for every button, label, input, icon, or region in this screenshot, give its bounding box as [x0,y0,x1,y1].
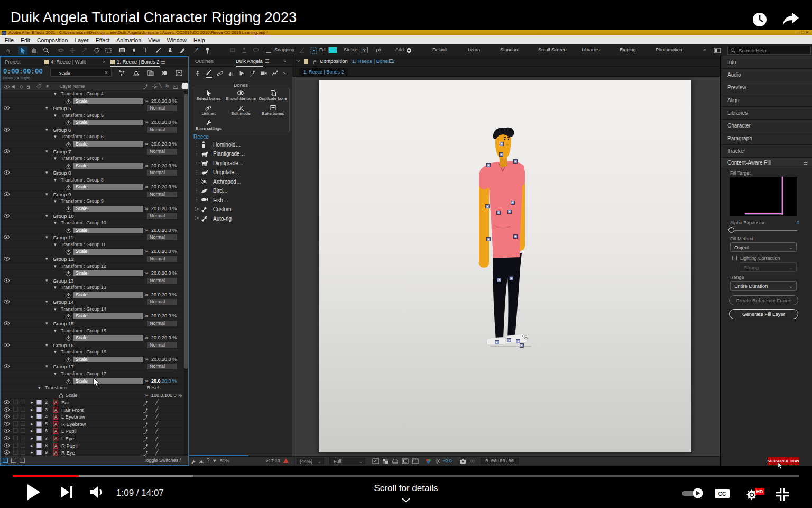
panel-overflow-icon[interactable]: » [283,58,286,64]
link-art-button[interactable]: Link art [192,104,225,119]
select-bones-button[interactable]: Select bones [192,89,225,104]
scale-value[interactable]: 20.0,20.0 % [151,120,177,125]
workspace-libraries[interactable]: Libraries [582,47,600,52]
group-name[interactable]: Group 6 [53,127,71,133]
duik-bug-report-icon[interactable] [198,458,205,466]
scale-property-cell[interactable]: Scale [73,292,143,298]
scale-property-cell[interactable]: Scale [73,228,143,233]
rig-name[interactable]: Reece [193,134,209,140]
solo-switch[interactable] [21,450,25,455]
eye-icon[interactable] [4,192,10,197]
scale-value[interactable]: 20.0,20.0 % [151,206,177,211]
clear-search-icon[interactable]: × [105,70,108,76]
frame-blending-icon[interactable] [145,69,155,77]
expand-layers-icon[interactable] [3,458,8,463]
collapse-chevron-icon[interactable]: ▾ [45,321,48,326]
sidebar-panel-tracker[interactable]: Tracker [721,145,812,158]
scale-property-row[interactable]: Scale∞20.0,20.0 % [1,334,184,342]
eye-icon[interactable] [4,235,10,240]
clone-stamp-icon[interactable] [165,46,175,55]
group-row[interactable]: ▾Group 16Normal [1,342,184,349]
scale-property-cell[interactable]: Scale [73,270,143,276]
layer-color-chip[interactable] [36,450,42,455]
tab-project[interactable]: Project [5,59,21,65]
collapse-chevron-icon[interactable]: ▾ [54,156,57,161]
eye-icon[interactable] [4,343,10,348]
eye-icon[interactable] [4,436,10,441]
scroll-for-details[interactable]: Scroll for details [374,483,438,494]
sidebar-panel-paragraph[interactable]: Paragraph [721,132,812,145]
scale-value[interactable]: 20.0,20.0 % [151,184,177,189]
scale-property-row[interactable]: Scale∞20.0,20.0 % [1,356,184,364]
stroke-value-box[interactable]: ? [361,47,368,53]
eye-icon[interactable] [4,321,10,326]
link-dimensions-icon[interactable]: ∞ [145,393,148,398]
scale-property-cell[interactable]: Scale [73,357,143,362]
expand-properties-icon[interactable] [11,458,16,463]
switches-slash-icon[interactable]: ╱ [155,414,158,419]
eye-icon[interactable] [4,214,10,219]
link-dimensions-icon[interactable]: ∞ [145,313,148,319]
region-of-interest-icon[interactable] [371,457,380,465]
blend-mode-dropdown[interactable]: Normal [147,213,177,219]
scale-value[interactable]: 20.0,20.0 % [151,141,177,147]
sidebar-panel-align[interactable]: Align [721,94,812,107]
layer-name[interactable]: Ear [61,400,69,405]
duik-help-icon[interactable]: ? [207,458,210,464]
add-target-icon[interactable] [404,46,413,55]
group-name[interactable]: Group 11 [53,234,73,240]
automation-tab-icon[interactable] [272,70,278,77]
menu-window[interactable]: Window [167,37,187,43]
solo-switch[interactable] [21,443,25,448]
group-name[interactable]: Group 14 [53,299,74,305]
expand-chevron-icon[interactable]: ▸ [31,414,33,419]
layer-color-chip[interactable] [36,421,42,427]
links-constraints-icon[interactable] [217,70,224,77]
transform-group-row[interactable]: ▾Transform : Group 10 [1,220,184,227]
composition-mini-flowchart-icon[interactable] [117,69,126,77]
menu-help[interactable]: Help [193,37,205,43]
link-dimensions-icon[interactable]: ∞ [145,378,148,384]
group-row[interactable]: ▾Group 15Normal [1,320,184,328]
collapse-chevron-icon[interactable]: ▾ [54,306,57,312]
transform-group-row[interactable]: ▾Transform : Group 14 [1,306,184,313]
gear-icon[interactable] [194,215,199,222]
scale-property-cell[interactable]: Scale [73,141,143,147]
group-name[interactable]: Group 8 [53,170,71,176]
collapse-chevron-icon[interactable]: ▾ [54,134,57,139]
show-hide-bone-button[interactable]: Show/hide bone [225,89,257,104]
audio-switch[interactable] [13,428,18,433]
scale-property-row[interactable]: Scale∞20.0,20.0 % [1,313,184,320]
color-management-gear-icon[interactable] [433,457,442,465]
collapse-chevron-icon[interactable]: ▾ [45,149,48,154]
rig-item-autorig[interactable]: Auto-rig [189,214,292,224]
transform-label[interactable]: Transform : Group 14 [61,306,106,312]
transform-group-row[interactable]: ▾Transform : Group 13 [1,284,184,292]
scripts-tab-icon[interactable]: >_ [283,71,288,76]
link-dimensions-icon[interactable]: ∞ [145,292,148,297]
transform-label[interactable]: Transform : Group 6 [61,134,104,139]
workspace-manager-icon[interactable] [713,46,722,55]
animation-tab-icon[interactable] [239,70,244,76]
exit-fullscreen-icon[interactable] [775,487,790,504]
scale-property-row[interactable]: Scale∞20.0,20.0 % [1,378,184,385]
alpha-slider-knob[interactable] [728,227,734,233]
rotation-tool-icon[interactable] [92,46,102,55]
menu-view[interactable]: View [148,37,160,43]
controllers-tab-icon[interactable] [228,70,234,77]
panel-menu-icon[interactable]: ☰ [389,58,393,64]
content-aware-fill-header[interactable]: Content-Aware Fill☰ [721,158,812,168]
scale-property-cell[interactable]: Scale [73,378,143,384]
scale-property-cell[interactable]: Scale [73,335,143,341]
collapse-chevron-icon[interactable]: ▾ [45,105,48,111]
menu-animation[interactable]: Animation [116,37,141,43]
workspace-small-screen[interactable]: Small Screen [538,47,567,52]
angle-snap-icon[interactable] [297,46,307,55]
scale-property-row[interactable]: Scale∞20.0,20.0 % [1,292,184,299]
lighting-correction-checkbox[interactable] [732,256,737,260]
blend-mode-dropdown[interactable]: Normal [147,127,177,133]
transform-label[interactable]: Transform [45,385,67,391]
transparency-grid-icon[interactable] [381,457,390,465]
duik-donate-heart-icon[interactable]: ♥ [213,458,216,464]
layer-row[interactable]: ▸4AL Eyebrow╱ [1,413,184,421]
